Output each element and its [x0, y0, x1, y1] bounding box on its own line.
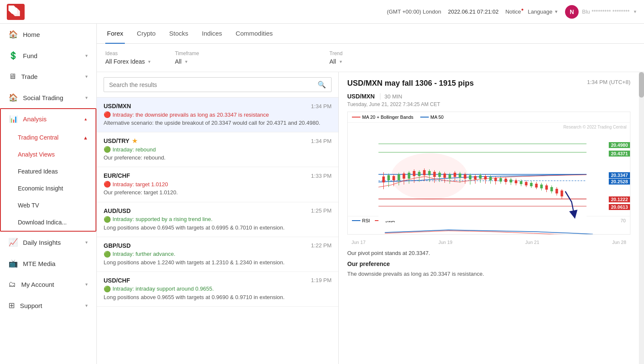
signal-text: 🔴 Intraday: target 1.0120 [104, 181, 332, 188]
list-item[interactable]: USD/TRY ★ 1:34 PM 🟢 Intraday: rebound Ou… [97, 132, 338, 167]
sidebar-item-fund[interactable]: 💲 Fund ▾ [0, 45, 96, 66]
ma20-line-icon [352, 117, 360, 118]
featured-ideas-label: Featured Ideas [18, 168, 58, 175]
scrollbar[interactable] [639, 72, 644, 364]
trend-filter-value: All [329, 58, 336, 65]
tab-commodities[interactable]: Commodities [234, 24, 275, 44]
trade-icon: 🖥 [8, 72, 16, 81]
user-menu[interactable]: N Blu ********* ******** ▼ [565, 5, 637, 19]
ma50-label: MA 50 [430, 115, 444, 120]
svg-rect-54 [495, 178, 497, 181]
list-item[interactable]: USD/CHF 1:19 PM 🟢 Intraday: intraday sup… [97, 272, 338, 307]
tab-forex[interactable]: Forex [105, 24, 125, 44]
svg-rect-12 [388, 175, 390, 180]
timezone-selector[interactable]: (GMT +00:00) London [387, 8, 441, 15]
item-description: Long positions above 0.9655 with targets… [104, 294, 332, 301]
filter-trend-group: Trend All ▾ [329, 50, 389, 65]
chart-svg-wrap: 20.4980 20.4371 20.3347 20.2528 20.1222 … [348, 123, 630, 216]
support-arrow-icon: ▾ [85, 303, 88, 308]
sidebar-item-analysis[interactable]: 📊 Analysis ▴ [1, 109, 96, 129]
pair-label: USD/TRY ★ [104, 137, 138, 144]
support-icon: ⊞ [8, 301, 15, 310]
scroll-thumb[interactable] [639, 72, 644, 98]
svg-rect-34 [444, 174, 446, 178]
search-input-wrap[interactable]: 🔍 [104, 77, 332, 92]
price-top2: 20.4371 [609, 151, 630, 157]
filter-ideas-group: Ideas All Forex Ideas ▾ [105, 50, 165, 65]
user-arrow-icon: ▼ [633, 9, 637, 14]
tab-bar: Forex Crypto Stocks Indices Commodities [97, 24, 644, 44]
rsi-chart [352, 224, 626, 235]
detail-pair: USD/MXN [347, 93, 375, 100]
list-item[interactable]: EUR/CHF 1:33 PM 🔴 Intraday: target 1.012… [97, 167, 338, 202]
list-item[interactable]: GBP/USD 1:22 PM 🟢 Intraday: further adva… [97, 237, 338, 272]
trend-filter-select[interactable]: All ▾ [329, 58, 389, 65]
logo[interactable] [7, 4, 25, 20]
timeframe-filter-select[interactable]: All ▾ [175, 58, 234, 65]
item-time: 1:19 PM [311, 277, 332, 283]
signal-text: 🟢 Intraday: supported by a rising trend … [104, 216, 332, 223]
svg-rect-52 [489, 177, 492, 180]
fund-icon: 💲 [8, 51, 18, 60]
sidebar-item-featured-ideas[interactable]: Featured Ideas [1, 163, 96, 180]
sidebar-item-analyst-views[interactable]: Analyst Views [1, 146, 96, 163]
sidebar-daily-insights-label: Daily Insights [23, 239, 61, 246]
datetime-display: 2022.06.21 07:21:02 [448, 8, 498, 15]
list-item[interactable]: USD/MXN 1:34 PM 🔴 Intraday: the downside… [97, 98, 338, 132]
notice-button[interactable]: Notice [505, 8, 521, 15]
sidebar-social-trading-label: Social Trading [23, 94, 63, 101]
sidebar-item-economic-insight[interactable]: Economic Insight [1, 180, 96, 197]
sidebar-item-social-trading[interactable]: 🏠 Social Trading ▾ [0, 87, 96, 108]
sidebar-item-daily-insights[interactable]: 📈 Daily Insights ▾ [0, 232, 96, 253]
timeframe-filter-arrow-icon: ▾ [185, 59, 188, 64]
home-icon: 🏠 [8, 30, 18, 39]
daily-insights-icon: 📈 [8, 238, 18, 247]
detail-panel: USD/MXN may fall 1306 - 1915 pips 1:34 P… [339, 72, 639, 364]
price-mid2: 20.2528 [609, 179, 630, 185]
x-axis: Jun 17 Jun 19 Jun 21 Jun 28 [347, 240, 630, 245]
filter-timeframe-group: Timeframe All ▾ [175, 50, 234, 65]
language-selector[interactable]: Language ▼ [528, 8, 558, 15]
svg-rect-72 [540, 185, 543, 188]
svg-rect-22 [413, 171, 416, 176]
sidebar-fund-label: Fund [23, 52, 37, 59]
search-bar: 🔍 [97, 72, 338, 98]
pair-label: USD/MXN [104, 103, 131, 109]
svg-rect-68 [530, 183, 533, 186]
sidebar-item-support[interactable]: ⊞ Support ▾ [0, 295, 96, 316]
sidebar-item-mte-media[interactable]: 📺 MTE Media [0, 253, 96, 274]
search-icon[interactable]: 🔍 [318, 81, 326, 89]
chart-legend: MA 20 + Bollinger Bands MA 50 Research ©… [348, 112, 630, 123]
svg-rect-56 [500, 178, 502, 182]
item-description: Our preference: rebound. [104, 154, 332, 162]
sidebar-item-trading-central[interactable]: Trading Central ▴ [1, 129, 96, 146]
tab-indices[interactable]: Indices [200, 24, 224, 44]
signal-text: 🟢 Intraday: intraday support around 0.96… [104, 286, 332, 292]
signal-down-icon: 🔴 [104, 111, 111, 118]
signal-up-icon: 🟢 [104, 146, 111, 153]
sidebar-item-home[interactable]: 🏠 Home [0, 24, 96, 45]
x-label-jun17: Jun 17 [352, 240, 366, 245]
sidebar-item-web-tv[interactable]: Web TV [1, 197, 96, 214]
ideas-filter-select[interactable]: All Forex Ideas ▾ [105, 58, 165, 65]
svg-rect-66 [525, 182, 528, 185]
tab-crypto[interactable]: Crypto [135, 24, 157, 44]
ma50-line-icon [420, 117, 429, 118]
trading-central-label: Trading Central [18, 134, 59, 141]
economic-insight-label: Economic Insight [18, 185, 63, 192]
svg-rect-62 [515, 180, 517, 183]
svg-rect-60 [510, 179, 512, 182]
trend-filter-label: Trend [329, 50, 389, 56]
sidebar-item-my-account[interactable]: 🗂 My Account ▾ [0, 274, 96, 295]
sidebar-item-trade[interactable]: 🖥 Trade ▾ [0, 66, 96, 87]
sidebar-item-download-indica[interactable]: Download Indica... [1, 214, 96, 231]
detail-pivot-text: Our pivot point stands at 20.3347. [347, 250, 630, 256]
tab-stocks[interactable]: Stocks [168, 24, 190, 44]
svg-rect-42 [464, 174, 467, 179]
list-item[interactable]: AUD/USD 1:25 PM 🟢 Intraday: supported by… [97, 202, 338, 237]
topbar-right: (GMT +00:00) London 2022.06.21 07:21:02 … [387, 5, 637, 19]
svg-rect-26 [423, 170, 426, 175]
svg-rect-74 [546, 185, 548, 190]
svg-rect-14 [393, 176, 395, 180]
search-input[interactable] [109, 81, 314, 88]
